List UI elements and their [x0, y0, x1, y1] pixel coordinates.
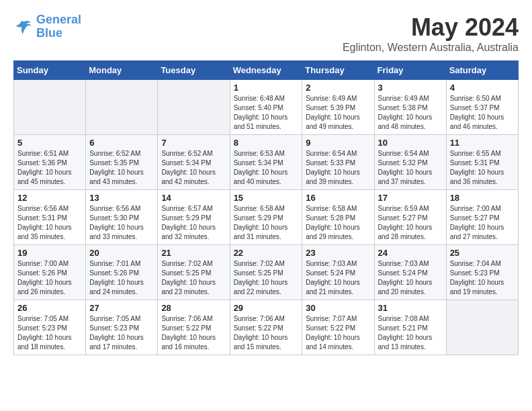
day-number: 14: [161, 193, 226, 203]
weekday-header-monday: Monday: [86, 61, 158, 80]
week-row-3: 12Sunrise: 6:56 AM Sunset: 5:31 PM Dayli…: [14, 190, 519, 245]
day-info: Sunrise: 7:06 AM Sunset: 5:22 PM Dayligh…: [161, 314, 226, 352]
weekday-header-tuesday: Tuesday: [158, 61, 230, 80]
day-number: 29: [234, 303, 299, 313]
day-info: Sunrise: 6:54 AM Sunset: 5:32 PM Dayligh…: [378, 149, 443, 187]
day-info: Sunrise: 7:01 AM Sunset: 5:26 PM Dayligh…: [89, 259, 154, 297]
day-number: 24: [378, 248, 443, 258]
day-info: Sunrise: 6:52 AM Sunset: 5:35 PM Dayligh…: [89, 149, 154, 187]
day-info: Sunrise: 7:03 AM Sunset: 5:24 PM Dayligh…: [378, 259, 443, 297]
calendar-cell: 29Sunrise: 7:06 AM Sunset: 5:22 PM Dayli…: [230, 300, 302, 355]
day-number: 16: [306, 193, 370, 203]
calendar-cell: 7Sunrise: 6:52 AM Sunset: 5:34 PM Daylig…: [158, 135, 230, 190]
week-row-5: 26Sunrise: 7:05 AM Sunset: 5:23 PM Dayli…: [14, 300, 519, 355]
calendar-cell: 4Sunrise: 6:50 AM Sunset: 5:37 PM Daylig…: [446, 80, 518, 135]
calendar-cell: [14, 80, 86, 135]
logo: General Blue: [13, 13, 81, 40]
day-info: Sunrise: 6:49 AM Sunset: 5:39 PM Dayligh…: [306, 94, 370, 132]
day-info: Sunrise: 6:51 AM Sunset: 5:36 PM Dayligh…: [17, 149, 82, 187]
calendar-cell: 16Sunrise: 6:58 AM Sunset: 5:28 PM Dayli…: [302, 190, 374, 245]
day-info: Sunrise: 7:00 AM Sunset: 5:26 PM Dayligh…: [17, 259, 82, 297]
day-number: 4: [450, 83, 515, 93]
calendar-cell: 14Sunrise: 6:57 AM Sunset: 5:29 PM Dayli…: [158, 190, 230, 245]
calendar-cell: 17Sunrise: 6:59 AM Sunset: 5:27 PM Dayli…: [374, 190, 446, 245]
day-number: 19: [17, 248, 82, 258]
weekday-header-thursday: Thursday: [302, 61, 374, 80]
location-subtitle: Eglinton, Western Australia, Australia: [343, 42, 519, 54]
day-number: 23: [306, 248, 370, 258]
week-row-1: 1Sunrise: 6:48 AM Sunset: 5:40 PM Daylig…: [14, 80, 519, 135]
day-info: Sunrise: 7:05 AM Sunset: 5:23 PM Dayligh…: [17, 314, 82, 352]
day-info: Sunrise: 6:58 AM Sunset: 5:29 PM Dayligh…: [234, 204, 299, 242]
day-number: 21: [161, 248, 226, 258]
day-info: Sunrise: 6:59 AM Sunset: 5:27 PM Dayligh…: [378, 204, 443, 242]
day-number: 20: [89, 248, 154, 258]
calendar-cell: 23Sunrise: 7:03 AM Sunset: 5:24 PM Dayli…: [302, 245, 374, 300]
day-number: 31: [378, 303, 443, 313]
day-info: Sunrise: 7:02 AM Sunset: 5:25 PM Dayligh…: [161, 259, 226, 297]
calendar-cell: 2Sunrise: 6:49 AM Sunset: 5:39 PM Daylig…: [302, 80, 374, 135]
day-info: Sunrise: 6:56 AM Sunset: 5:31 PM Dayligh…: [17, 204, 82, 242]
weekday-header-sunday: Sunday: [14, 61, 86, 80]
calendar-cell: 9Sunrise: 6:54 AM Sunset: 5:33 PM Daylig…: [302, 135, 374, 190]
day-info: Sunrise: 6:49 AM Sunset: 5:38 PM Dayligh…: [378, 94, 443, 132]
title-area: May 2024 Eglinton, Western Australia, Au…: [343, 13, 519, 54]
day-info: Sunrise: 7:08 AM Sunset: 5:21 PM Dayligh…: [378, 314, 443, 352]
weekday-header-saturday: Saturday: [446, 61, 518, 80]
day-info: Sunrise: 7:04 AM Sunset: 5:23 PM Dayligh…: [450, 259, 515, 297]
calendar-cell: 21Sunrise: 7:02 AM Sunset: 5:25 PM Dayli…: [158, 245, 230, 300]
day-number: 22: [234, 248, 299, 258]
day-info: Sunrise: 6:55 AM Sunset: 5:31 PM Dayligh…: [450, 149, 515, 187]
calendar-cell: 31Sunrise: 7:08 AM Sunset: 5:21 PM Dayli…: [374, 300, 446, 355]
calendar-cell: 10Sunrise: 6:54 AM Sunset: 5:32 PM Dayli…: [374, 135, 446, 190]
calendar-cell: 20Sunrise: 7:01 AM Sunset: 5:26 PM Dayli…: [86, 245, 158, 300]
day-number: 1: [234, 83, 299, 93]
day-number: 7: [161, 138, 226, 148]
day-number: 12: [17, 193, 82, 203]
day-number: 25: [450, 248, 515, 258]
page-header: General Blue May 2024 Eglinton, Western …: [13, 13, 519, 54]
day-number: 28: [161, 303, 226, 313]
day-info: Sunrise: 7:00 AM Sunset: 5:27 PM Dayligh…: [450, 204, 515, 242]
day-number: 11: [450, 138, 515, 148]
day-number: 9: [306, 138, 370, 148]
calendar-cell: 27Sunrise: 7:05 AM Sunset: 5:23 PM Dayli…: [86, 300, 158, 355]
day-info: Sunrise: 7:02 AM Sunset: 5:25 PM Dayligh…: [234, 259, 299, 297]
day-info: Sunrise: 6:56 AM Sunset: 5:30 PM Dayligh…: [89, 204, 154, 242]
calendar-cell: 22Sunrise: 7:02 AM Sunset: 5:25 PM Dayli…: [230, 245, 302, 300]
day-info: Sunrise: 6:52 AM Sunset: 5:34 PM Dayligh…: [161, 149, 226, 187]
day-info: Sunrise: 6:54 AM Sunset: 5:33 PM Dayligh…: [306, 149, 370, 187]
calendar-table: SundayMondayTuesdayWednesdayThursdayFrid…: [13, 60, 519, 355]
day-number: 10: [378, 138, 443, 148]
day-info: Sunrise: 6:48 AM Sunset: 5:40 PM Dayligh…: [234, 94, 299, 132]
calendar-cell: 25Sunrise: 7:04 AM Sunset: 5:23 PM Dayli…: [446, 245, 518, 300]
day-number: 6: [89, 138, 154, 148]
calendar-cell: 19Sunrise: 7:00 AM Sunset: 5:26 PM Dayli…: [14, 245, 86, 300]
day-number: 26: [17, 303, 82, 313]
day-number: 2: [306, 83, 370, 93]
day-info: Sunrise: 7:03 AM Sunset: 5:24 PM Dayligh…: [306, 259, 370, 297]
calendar-cell: 26Sunrise: 7:05 AM Sunset: 5:23 PM Dayli…: [14, 300, 86, 355]
calendar-cell: 15Sunrise: 6:58 AM Sunset: 5:29 PM Dayli…: [230, 190, 302, 245]
day-info: Sunrise: 6:53 AM Sunset: 5:34 PM Dayligh…: [234, 149, 299, 187]
weekday-header-row: SundayMondayTuesdayWednesdayThursdayFrid…: [14, 61, 519, 80]
week-row-2: 5Sunrise: 6:51 AM Sunset: 5:36 PM Daylig…: [14, 135, 519, 190]
day-number: 5: [17, 138, 82, 148]
calendar-cell: 13Sunrise: 6:56 AM Sunset: 5:30 PM Dayli…: [86, 190, 158, 245]
calendar-cell: 3Sunrise: 6:49 AM Sunset: 5:38 PM Daylig…: [374, 80, 446, 135]
calendar-cell: [446, 300, 518, 355]
day-info: Sunrise: 6:58 AM Sunset: 5:28 PM Dayligh…: [306, 204, 370, 242]
day-number: 8: [234, 138, 299, 148]
weekday-header-wednesday: Wednesday: [230, 61, 302, 80]
day-number: 27: [89, 303, 154, 313]
calendar-cell: 1Sunrise: 6:48 AM Sunset: 5:40 PM Daylig…: [230, 80, 302, 135]
day-info: Sunrise: 6:50 AM Sunset: 5:37 PM Dayligh…: [450, 94, 515, 132]
day-number: 15: [234, 193, 299, 203]
day-number: 18: [450, 193, 515, 203]
calendar-cell: 11Sunrise: 6:55 AM Sunset: 5:31 PM Dayli…: [446, 135, 518, 190]
calendar-cell: 12Sunrise: 6:56 AM Sunset: 5:31 PM Dayli…: [14, 190, 86, 245]
calendar-cell: 5Sunrise: 6:51 AM Sunset: 5:36 PM Daylig…: [14, 135, 86, 190]
calendar-cell: [158, 80, 230, 135]
day-info: Sunrise: 7:07 AM Sunset: 5:22 PM Dayligh…: [306, 314, 370, 352]
calendar-cell: 24Sunrise: 7:03 AM Sunset: 5:24 PM Dayli…: [374, 245, 446, 300]
